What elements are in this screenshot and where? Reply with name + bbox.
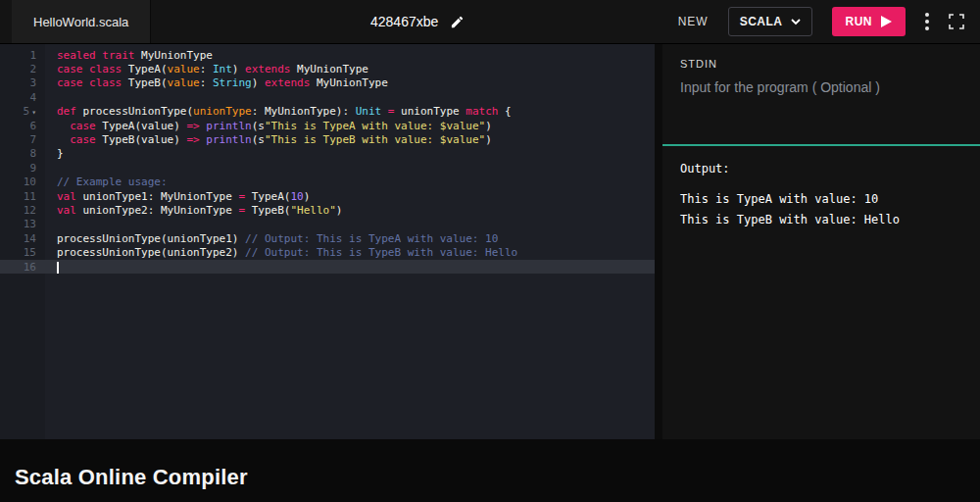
new-button[interactable]: NEW xyxy=(678,15,709,28)
line-number[interactable]: 5▾ xyxy=(0,105,45,118)
chevron-down-icon xyxy=(791,19,801,25)
language-selector-label: SCALA xyxy=(740,15,783,28)
line-number[interactable]: 16 xyxy=(0,261,45,274)
footer: Scala Online Compiler xyxy=(0,439,980,502)
topbar-actions: NEW SCALA RUN xyxy=(678,7,980,36)
line-number[interactable]: 12 xyxy=(0,204,45,217)
code-line[interactable]: 14processUnionType(unionType1) // Output… xyxy=(0,231,655,245)
line-number[interactable]: 6 xyxy=(0,120,45,132)
editor-tab[interactable]: HelloWorld.scala xyxy=(12,0,151,43)
code-line[interactable]: 16 xyxy=(0,260,655,274)
edit-pencil-icon[interactable] xyxy=(450,15,465,29)
code-line[interactable]: 15processUnionType(unionType2) // Output… xyxy=(0,245,655,259)
code-line[interactable]: 8} xyxy=(0,147,655,161)
line-number[interactable]: 10 xyxy=(0,176,45,188)
editor-tab-label: HelloWorld.scala xyxy=(33,15,128,29)
fold-arrow-icon[interactable]: ▾ xyxy=(31,108,36,117)
language-selector[interactable]: SCALA xyxy=(728,7,812,36)
line-number[interactable]: 7 xyxy=(0,133,45,146)
line-number[interactable]: 13 xyxy=(0,218,45,230)
output-label: Output: xyxy=(680,162,962,176)
fullscreen-icon[interactable] xyxy=(949,14,964,29)
line-number[interactable]: 15 xyxy=(0,246,45,259)
line-number[interactable]: 2 xyxy=(0,63,45,75)
kebab-menu-icon[interactable] xyxy=(925,13,929,30)
code-line[interactable]: 1sealed trait MyUnionType xyxy=(0,48,655,62)
code-line[interactable]: 2case class TypeA(value: Int) extends My… xyxy=(0,62,655,75)
project-id: 428467xbe xyxy=(370,14,438,29)
code-line[interactable]: 13 xyxy=(0,218,655,231)
code-line[interactable]: 3case class TypeB(value: String) extends… xyxy=(0,76,655,90)
stdin-label: STDIN xyxy=(680,58,962,70)
code-line[interactable]: 12val unionType2: MyUnionType = TypeB("H… xyxy=(0,203,655,217)
code-editor[interactable]: 1sealed trait MyUnionType2case class Typ… xyxy=(0,44,655,439)
line-number[interactable]: 4 xyxy=(0,91,45,104)
project-title: 428467xbe xyxy=(370,0,465,43)
page-title: Scala Online Compiler xyxy=(15,465,980,490)
output-line: This is TypeA with value: 10 xyxy=(680,189,962,210)
code-line[interactable]: 6 case TypeA(value) => println(s"This is… xyxy=(0,119,655,132)
run-button[interactable]: RUN xyxy=(832,7,906,36)
line-number[interactable]: 14 xyxy=(0,232,45,245)
code-line[interactable]: 11val unionType1: MyUnionType = TypeA(10… xyxy=(0,189,655,203)
io-panel: STDIN Output: This is TypeA with value: … xyxy=(662,44,980,439)
output-line: This is TypeB with value: Hello xyxy=(680,210,962,230)
stdin-input[interactable] xyxy=(680,79,962,136)
output-lines: This is TypeA with value: 10This is Type… xyxy=(680,189,962,230)
text-cursor xyxy=(57,262,59,274)
topbar: HelloWorld.scala 428467xbe NEW SCALA RUN xyxy=(0,0,980,44)
code-line[interactable]: 7 case TypeB(value) => println(s"This is… xyxy=(0,132,655,146)
code-line[interactable]: 9 xyxy=(0,161,655,175)
stdin-divider xyxy=(662,144,980,146)
line-number[interactable]: 3 xyxy=(0,76,45,89)
code-line[interactable]: 10// Example usage: xyxy=(0,176,655,189)
code-line[interactable]: 5▾def processUnionType(unionType: MyUnio… xyxy=(0,105,655,119)
run-button-label: RUN xyxy=(846,15,873,28)
main-area: 1sealed trait MyUnionType2case class Typ… xyxy=(0,44,980,439)
line-number[interactable]: 11 xyxy=(0,190,45,203)
output-section: Output: This is TypeA with value: 10This… xyxy=(680,162,962,230)
line-number[interactable]: 8 xyxy=(0,147,45,160)
code-lines: 1sealed trait MyUnionType2case class Typ… xyxy=(0,44,655,274)
code-line[interactable]: 4 xyxy=(0,90,655,104)
play-icon xyxy=(881,16,892,27)
line-number[interactable]: 9 xyxy=(0,162,45,175)
line-number[interactable]: 1 xyxy=(0,49,45,62)
